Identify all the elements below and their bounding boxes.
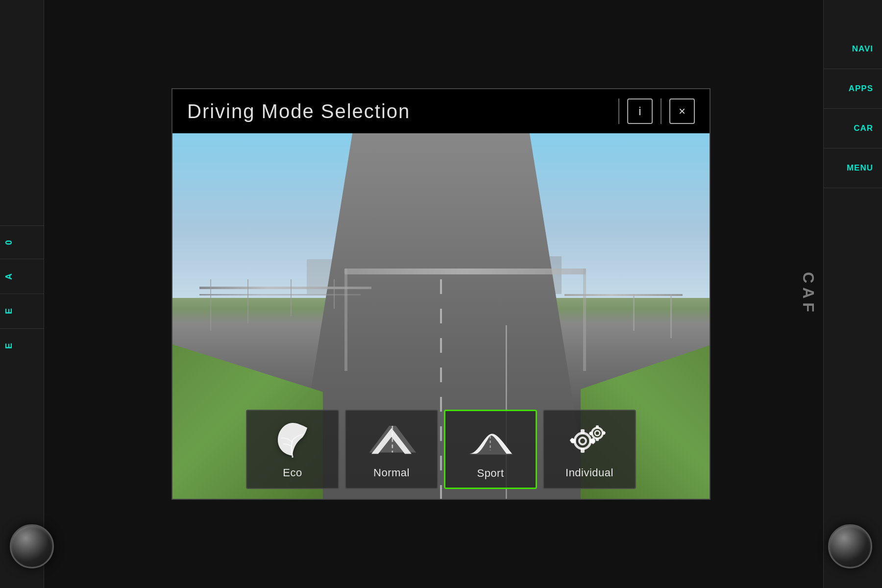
guardrail-post3 [291,279,292,316]
svg-point-13 [595,431,600,436]
left-knob[interactable] [10,524,54,568]
mode-card-individual[interactable]: Individual [543,410,636,489]
sidebar-item-menu[interactable]: MENU [824,148,882,188]
caf-label: CAF [800,272,818,316]
right-sidebar: NAVI APPS CAR MENU [823,0,882,588]
modes-container: Eco Normal [246,410,636,489]
sport-label: Sport [477,467,504,480]
svg-point-3 [579,438,586,444]
overpass [344,269,586,274]
sidebar-item-car[interactable]: CAR [824,109,882,148]
main-screen: Driving Mode Selection i × [172,88,710,500]
svg-rect-14 [596,425,599,429]
normal-label: Normal [373,466,410,479]
eco-icon [268,420,317,460]
mode-card-normal[interactable]: Normal [345,410,438,489]
left-sidebar: 0 A E E [0,0,44,588]
svg-rect-4 [581,429,585,434]
individual-label: Individual [565,466,613,479]
sidebar-item-0[interactable]: 0 [0,225,44,259]
guardrail-post2 [247,279,248,323]
header-divider [618,98,619,124]
svg-rect-5 [581,448,585,453]
guardrail-right-post1 [670,294,672,338]
guardrail-right [564,294,683,296]
sidebar-item-e2[interactable]: E [0,328,44,363]
svg-point-12 [592,428,603,439]
normal-icon [367,420,416,460]
individual-icon [565,420,614,460]
right-knob[interactable] [828,524,872,568]
close-button[interactable]: × [669,98,695,124]
mode-card-eco[interactable]: Eco [246,410,339,489]
eco-label: Eco [283,466,302,479]
guardrail-post4 [334,279,335,309]
guardrail-right-post2 [633,294,635,331]
page-title: Driving Mode Selection [187,100,410,122]
header-divider2 [661,98,662,124]
sport-icon [466,421,515,460]
sidebar-item-a[interactable]: A [0,259,44,294]
svg-rect-15 [596,438,599,441]
header-controls: i × [618,98,695,124]
guardrail-left2 [199,294,361,295]
overpass-pillar-left [344,269,347,371]
sidebar-item-navi[interactable]: NAVI [824,29,882,69]
header-bar: Driving Mode Selection i × [172,89,710,133]
info-button[interactable]: i [627,98,653,124]
guardrail-post1 [210,279,211,330]
sidebar-item-e1[interactable]: E [0,294,44,328]
overpass-pillar-right [583,269,586,371]
sidebar-item-apps[interactable]: APPS [824,69,882,109]
svg-point-2 [575,433,590,449]
mode-card-sport[interactable]: Sport [444,410,537,489]
